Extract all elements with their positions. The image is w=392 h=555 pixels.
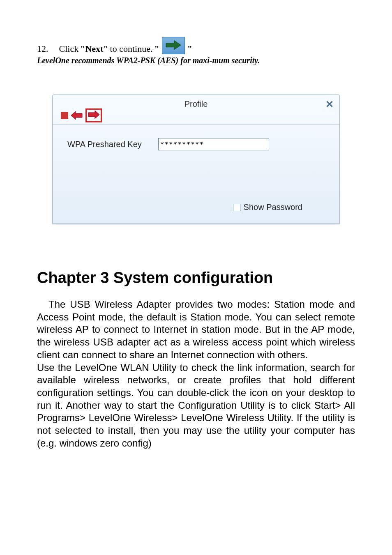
svg-marker-1 — [71, 111, 82, 120]
step-bold-next: "Next" — [80, 44, 108, 54]
dialog-title: Profile — [184, 99, 208, 109]
stop-icon[interactable] — [61, 112, 68, 119]
show-password-row[interactable]: Show Password — [233, 203, 302, 212]
nav-icon-group — [61, 108, 102, 122]
quote-close: " — [187, 44, 192, 54]
wpa-key-input[interactable] — [158, 138, 269, 150]
show-password-label: Show Password — [244, 203, 302, 212]
back-arrow-icon[interactable] — [71, 111, 83, 120]
svg-marker-2 — [88, 111, 99, 119]
step-instruction: 12. Click "Next" to continue. " " — [37, 37, 355, 54]
recommendation-text: LevelOne recommends WPA2-PSK (AES) for m… — [37, 56, 355, 65]
svg-marker-0 — [166, 41, 181, 50]
forward-arrow-icon[interactable] — [88, 110, 100, 121]
wpa-key-label: WPA Preshared Key — [67, 140, 142, 149]
chapter-heading: Chapter 3 System configuration — [37, 269, 355, 287]
para2: Use the LevelOne WLAN Utility to check t… — [37, 362, 355, 449]
profile-dialog: Profile ✕ WP — [52, 94, 340, 224]
dialog-titlebar: Profile ✕ — [53, 94, 339, 125]
quote-open: " — [154, 44, 159, 54]
close-icon[interactable]: ✕ — [325, 99, 334, 110]
show-password-checkbox[interactable] — [233, 204, 240, 211]
step-prefix: Click — [59, 44, 79, 54]
forward-arrow-highlight — [85, 108, 102, 122]
next-arrow-icon — [162, 37, 185, 54]
chapter-body: The USB Wireless Adapter provides two mo… — [37, 298, 355, 450]
step-number: 12. — [37, 44, 48, 54]
dialog-body: WPA Preshared Key Show Password — [53, 125, 339, 223]
step-mid: to continue. — [110, 44, 153, 54]
para1: The USB Wireless Adapter provides two mo… — [37, 299, 355, 360]
